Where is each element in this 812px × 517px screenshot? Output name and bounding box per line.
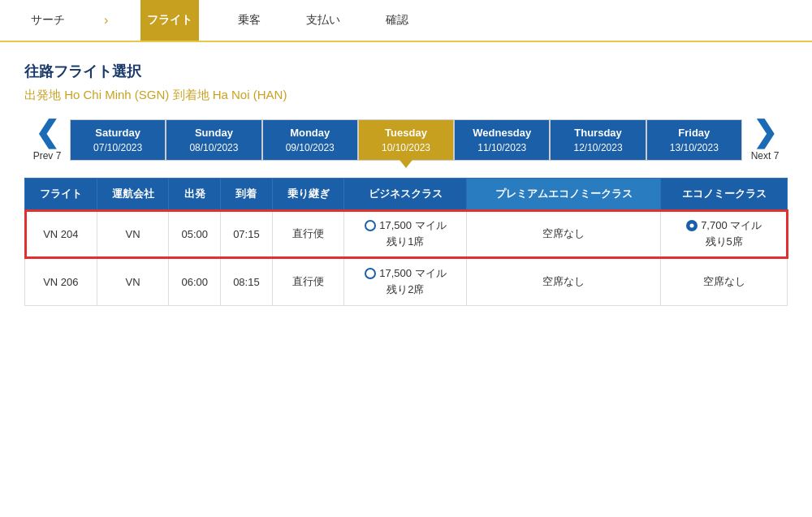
nav-item-confirm[interactable]: 確認 <box>379 0 415 41</box>
table-row[interactable]: VN 206 VN 06:00 08:15 直行便 17,500 マイル 残り2… <box>25 258 788 306</box>
business-radio[interactable] <box>365 220 376 231</box>
main-content: 往路フライト選択 出発地 Ho Chi Minh (SGN) 到着地 Ha No… <box>0 42 812 325</box>
col-header-arrive: 到着 <box>221 179 273 210</box>
date-value: 13/10/2023 <box>650 142 738 153</box>
next-dates-button[interactable]: ❯ Next 7 <box>742 118 788 162</box>
economy-radio[interactable] <box>686 220 698 231</box>
nav-label-flight: フライト <box>147 13 192 28</box>
date-cell-wednesday[interactable]: Wednesday 11/10/2023 <box>454 119 550 161</box>
date-value: 11/10/2023 <box>458 142 546 153</box>
economy-option[interactable]: 7,700 マイル 残り5席 <box>667 218 780 249</box>
col-header-business: ビジネスクラス <box>344 179 467 210</box>
col-header-stops: 乗り継ぎ <box>272 179 344 210</box>
day-name: Friday <box>650 127 738 139</box>
cell-business[interactable]: 17,500 マイル 残り1席 <box>344 210 467 258</box>
date-selector: ❮ Prev 7 Saturday 07/10/2023 Sunday 08/1… <box>24 118 788 162</box>
col-header-flight: フライト <box>25 179 97 210</box>
date-cell-monday[interactable]: Monday 09/10/2023 <box>262 119 358 161</box>
cell-business[interactable]: 17,500 マイル 残り2席 <box>344 258 467 306</box>
nav-item-search[interactable]: サーチ <box>24 0 71 41</box>
cell-flight: VN 204 <box>25 210 97 258</box>
date-cell-tuesday[interactable]: Tuesday 10/10/2023 <box>358 119 454 161</box>
top-navigation: サーチ › フライト 乗客 支払い 確認 <box>0 0 812 42</box>
date-grid: Saturday 07/10/2023 Sunday 08/10/2023 Mo… <box>70 119 742 161</box>
nav-label-passenger: 乗客 <box>238 13 261 28</box>
economy-miles: 7,700 マイル <box>701 218 762 233</box>
page-title: 往路フライト選択 <box>24 62 788 81</box>
cell-flight: VN 206 <box>25 258 97 306</box>
business-miles: 17,500 マイル <box>379 266 446 281</box>
date-value: 10/10/2023 <box>362 142 450 153</box>
flights-table: フライト 運航会社 出発 到着 乗り継ぎ ビジネスクラス プレミアムエコノミーク… <box>24 178 788 306</box>
business-miles: 17,500 マイル <box>379 218 446 233</box>
date-value: 09/10/2023 <box>266 142 354 153</box>
cell-economy[interactable]: 7,700 マイル 残り5席 <box>661 210 788 258</box>
cell-arrive: 08:15 <box>221 258 273 306</box>
premium-status: 空席なし <box>542 227 585 239</box>
date-cell-saturday[interactable]: Saturday 07/10/2023 <box>70 119 166 161</box>
day-name: Wednesday <box>458 127 546 139</box>
date-cell-thursday[interactable]: Thursday 12/10/2023 <box>550 119 646 161</box>
cell-airline: VN <box>97 210 169 258</box>
route-title: 出発地 Ho Chi Minh (SGN) 到着地 Ha Noi (HAN) <box>24 88 788 103</box>
nav-item-payment[interactable]: 支払い <box>300 0 347 41</box>
economy-no-seat: 空席なし <box>703 275 745 287</box>
cell-depart: 05:00 <box>169 210 221 258</box>
cell-arrive: 07:15 <box>221 210 273 258</box>
nav-label-payment: 支払い <box>306 13 340 28</box>
nav-chevron: › <box>104 13 108 28</box>
date-value: 08/10/2023 <box>170 142 257 153</box>
nav-item-flight[interactable]: フライト <box>140 0 199 41</box>
economy-seats: 残り5席 <box>706 235 743 249</box>
day-name: Thursday <box>554 127 641 139</box>
date-value: 12/10/2023 <box>554 142 641 153</box>
day-name: Saturday <box>74 127 162 139</box>
date-value: 07/10/2023 <box>74 142 162 153</box>
day-name: Tuesday <box>362 127 450 139</box>
cell-stops: 直行便 <box>272 210 344 258</box>
table-header-row: フライト 運航会社 出発 到着 乗り継ぎ ビジネスクラス プレミアムエコノミーク… <box>25 179 788 210</box>
business-option[interactable]: 17,500 マイル 残り1席 <box>351 218 460 249</box>
business-option[interactable]: 17,500 マイル 残り2席 <box>351 266 460 297</box>
cell-airline: VN <box>97 258 169 306</box>
col-header-economy: エコノミークラス <box>661 179 788 210</box>
table-row[interactable]: VN 204 VN 05:00 07:15 直行便 17,500 マイル 残り1… <box>25 210 788 258</box>
business-seats: 残り2席 <box>387 282 424 297</box>
prev-arrow-icon: ❮ <box>35 118 59 147</box>
prev-label: Prev 7 <box>33 150 62 162</box>
business-seats: 残り1席 <box>387 235 424 249</box>
business-radio[interactable] <box>365 268 376 279</box>
cell-premium: 空席なし <box>467 258 661 306</box>
col-header-depart: 出発 <box>169 179 221 210</box>
day-name: Monday <box>266 127 354 139</box>
cell-stops: 直行便 <box>272 258 344 306</box>
next-arrow-icon: ❯ <box>753 118 777 147</box>
next-label: Next 7 <box>751 150 780 162</box>
cell-economy[interactable]: 空席なし <box>661 258 788 306</box>
nav-label-search: サーチ <box>31 13 65 28</box>
col-header-airline: 運航会社 <box>97 179 169 210</box>
nav-item-passenger[interactable]: 乗客 <box>231 0 267 41</box>
premium-status: 空席なし <box>542 275 585 287</box>
day-name: Sunday <box>170 127 257 139</box>
col-header-premium: プレミアムエコノミークラス <box>467 179 661 210</box>
date-cell-sunday[interactable]: Sunday 08/10/2023 <box>166 119 261 161</box>
date-cell-friday[interactable]: Friday 13/10/2023 <box>646 119 742 161</box>
cell-depart: 06:00 <box>169 258 221 306</box>
nav-label-confirm: 確認 <box>386 13 408 28</box>
cell-premium: 空席なし <box>467 210 661 258</box>
prev-dates-button[interactable]: ❮ Prev 7 <box>24 118 70 162</box>
